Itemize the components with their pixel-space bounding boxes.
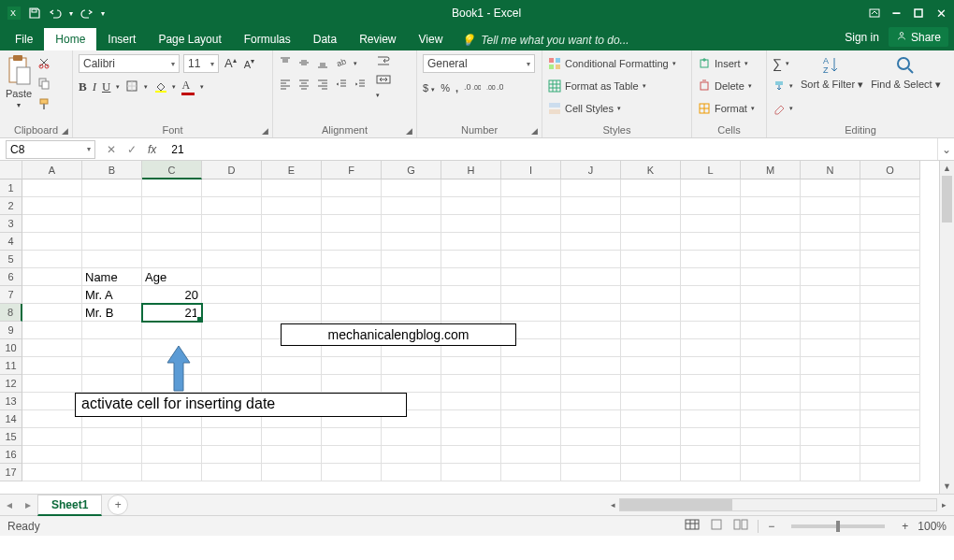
accounting-format-button[interactable]: $ ▾	[423, 82, 435, 93]
cell-I11[interactable]	[501, 357, 561, 375]
cell-E5[interactable]	[262, 251, 322, 268]
redo-icon[interactable]	[80, 7, 94, 20]
column-header-I[interactable]: I	[501, 161, 561, 179]
undo-icon[interactable]	[49, 7, 62, 20]
cell-K9[interactable]	[621, 322, 681, 339]
column-header-D[interactable]: D	[202, 161, 262, 179]
cell-M5[interactable]	[741, 251, 801, 268]
tab-insert[interactable]: Insert	[96, 28, 147, 50]
cell-E6[interactable]	[262, 268, 322, 286]
tab-view[interactable]: View	[408, 28, 455, 50]
cell-M6[interactable]	[741, 268, 801, 286]
increase-decimal-button[interactable]: .0.00	[464, 80, 481, 95]
cell-H1[interactable]	[441, 179, 501, 197]
cell-A4[interactable]	[22, 233, 82, 251]
copy-button[interactable]	[37, 77, 51, 92]
cell-G7[interactable]	[382, 286, 441, 304]
qat-customize[interactable]: ▾	[101, 9, 105, 18]
cell-I16[interactable]	[501, 446, 561, 464]
horizontal-scrollbar[interactable]	[619, 498, 937, 511]
cell-L17[interactable]	[681, 464, 741, 481]
cell-K2[interactable]	[621, 197, 681, 215]
cell-F5[interactable]	[322, 251, 382, 268]
fill-button[interactable]: ▾	[773, 77, 793, 95]
cell-F4[interactable]	[322, 233, 382, 251]
cell-A5[interactable]	[22, 251, 82, 268]
cell-J9[interactable]	[561, 322, 621, 339]
cell-F15[interactable]	[322, 428, 382, 446]
cell-H2[interactable]	[441, 197, 501, 215]
bold-button[interactable]: B	[79, 79, 87, 94]
font-size-combo[interactable]: 11▾	[183, 54, 219, 73]
cell-I13[interactable]	[501, 393, 561, 410]
cell-L8[interactable]	[681, 304, 741, 322]
normal-view-button[interactable]	[685, 519, 700, 533]
cell-H5[interactable]	[441, 251, 501, 268]
cell-C11[interactable]	[142, 357, 202, 375]
cell-D15[interactable]	[202, 428, 262, 446]
cell-A9[interactable]	[22, 322, 82, 339]
font-launcher[interactable]: ◢	[262, 126, 268, 136]
column-header-N[interactable]: N	[801, 161, 860, 179]
cell-N11[interactable]	[801, 357, 860, 375]
cell-H3[interactable]	[441, 215, 501, 233]
cell-I5[interactable]	[501, 251, 561, 268]
paste-button[interactable]: Paste ▾	[6, 54, 32, 109]
border-button[interactable]	[125, 79, 138, 94]
page-break-view-button[interactable]	[733, 519, 748, 533]
cell-H14[interactable]	[441, 410, 501, 428]
cell-C9[interactable]	[142, 322, 202, 339]
find-select-button[interactable]: Find & Select ▾	[871, 54, 940, 90]
cell-K17[interactable]	[621, 464, 681, 481]
row-header-10[interactable]: 10	[0, 339, 22, 357]
cell-G15[interactable]	[382, 428, 441, 446]
page-layout-view-button[interactable]	[709, 519, 724, 533]
cell-O4[interactable]	[860, 233, 920, 251]
cell-F2[interactable]	[322, 197, 382, 215]
autosum-button[interactable]: ∑ ▾	[773, 54, 793, 73]
cell-D7[interactable]	[202, 286, 262, 304]
cell-C2[interactable]	[142, 197, 202, 215]
cell-O3[interactable]	[860, 215, 920, 233]
cell-L13[interactable]	[681, 393, 741, 410]
row-header-8[interactable]: 8	[0, 304, 22, 322]
cell-O1[interactable]	[860, 179, 920, 197]
cell-H6[interactable]	[441, 268, 501, 286]
cell-J10[interactable]	[561, 339, 621, 357]
tab-file[interactable]: File	[4, 28, 44, 50]
sheet-tab-sheet1[interactable]: Sheet1	[37, 495, 102, 516]
cell-L12[interactable]	[681, 375, 741, 393]
ribbon-display-icon[interactable]	[868, 7, 881, 20]
cell-H9[interactable]	[441, 322, 501, 339]
cell-M14[interactable]	[741, 410, 801, 428]
cell-J13[interactable]	[561, 393, 621, 410]
cell-K13[interactable]	[621, 393, 681, 410]
cell-C16[interactable]	[142, 446, 202, 464]
cell-A15[interactable]	[22, 428, 82, 446]
cell-C4[interactable]	[142, 233, 202, 251]
row-header-7[interactable]: 7	[0, 286, 22, 304]
cell-F6[interactable]	[322, 268, 382, 286]
row-header-5[interactable]: 5	[0, 251, 22, 268]
merge-center-button[interactable]	[376, 73, 391, 88]
cell-M8[interactable]	[741, 304, 801, 322]
cell-I1[interactable]	[501, 179, 561, 197]
maximize-button[interactable]	[912, 7, 925, 20]
cell-K5[interactable]	[621, 251, 681, 268]
cell-J17[interactable]	[561, 464, 621, 481]
increase-font-button[interactable]: A▴	[223, 55, 238, 71]
cell-C12[interactable]	[142, 375, 202, 393]
cell-H4[interactable]	[441, 233, 501, 251]
row-header-14[interactable]: 14	[0, 410, 22, 428]
cell-N4[interactable]	[801, 233, 860, 251]
cell-L6[interactable]	[681, 268, 741, 286]
cell-I12[interactable]	[501, 375, 561, 393]
font-name-combo[interactable]: Calibri▾	[79, 54, 180, 73]
cell-M17[interactable]	[741, 464, 801, 481]
tab-formulas[interactable]: Formulas	[233, 28, 302, 50]
cell-J6[interactable]	[561, 268, 621, 286]
cell-E1[interactable]	[262, 179, 322, 197]
tab-home[interactable]: Home	[44, 28, 96, 50]
comma-format-button[interactable]: ,	[455, 82, 458, 93]
cell-M9[interactable]	[741, 322, 801, 339]
